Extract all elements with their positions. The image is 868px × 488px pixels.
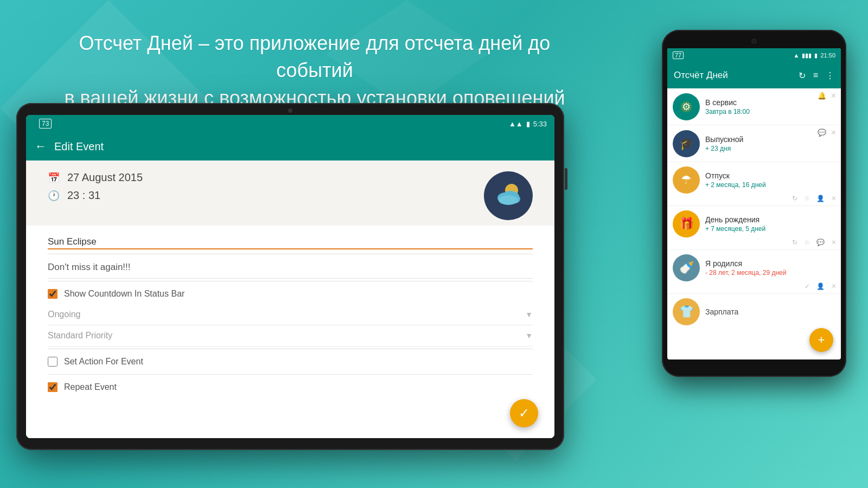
item-info-1: В сервис Завтра в 18:00 xyxy=(705,98,835,115)
item-avatar-6: 👕 xyxy=(673,298,700,325)
clock-icon: 🕐 xyxy=(48,190,60,202)
back-button[interactable]: ← xyxy=(35,139,47,153)
item-avatar-3: ☂ xyxy=(673,166,700,194)
form-date-row: 📅 27 August 2015 xyxy=(48,171,473,184)
show-countdown-row: Show Countdown In Status Bar xyxy=(48,284,533,304)
tablet-status-number: 73 xyxy=(39,119,52,129)
refresh-icon-4[interactable]: ↻ xyxy=(792,239,797,246)
item-info-6: Зарплата xyxy=(705,307,835,316)
phone-battery-icon: ▮ xyxy=(814,52,818,59)
show-countdown-checkbox[interactable] xyxy=(48,289,58,299)
person-icon-3[interactable]: 👤 xyxy=(816,195,825,202)
tablet-fab-button[interactable]: ✓ xyxy=(510,399,538,427)
close-icon-4[interactable]: ✕ xyxy=(831,239,837,246)
event-icon-circle[interactable] xyxy=(484,171,533,220)
priority-label: Standard Priority xyxy=(48,331,112,341)
item-avatar-1: ⚙ xyxy=(673,93,700,120)
item-title-4: День рождения xyxy=(705,215,835,224)
filter-icon[interactable]: ≡ xyxy=(813,70,818,80)
set-action-checkbox[interactable] xyxy=(48,357,58,367)
set-action-label: Set Action For Event xyxy=(64,357,143,367)
form-time-value[interactable]: 23 : 31 xyxy=(67,189,100,202)
item-subtitle-4: + 7 месяцев, 5 дней xyxy=(705,225,835,233)
app-description: Отсчет Дней – это приложение для отсчета… xyxy=(43,30,586,112)
svg-point-8 xyxy=(499,195,518,205)
item-title-5: Я родился xyxy=(705,259,835,268)
tablet-camera xyxy=(288,108,292,113)
list-item: 🎓 Выпускной + 23 дня 💬 ✕ xyxy=(667,125,841,162)
svg-text:⚙: ⚙ xyxy=(682,101,691,112)
close-icon-5[interactable]: ✕ xyxy=(831,282,837,290)
list-item: 🎁 День рождения + 7 месяцев, 5 дней ↻ ☆ … xyxy=(667,206,841,250)
item-avatar-4: 🎁 xyxy=(673,210,700,237)
repeat-event-label: Repeat Event xyxy=(64,382,117,392)
item-actions-2: 💬 ✕ xyxy=(818,129,837,137)
calendar-icon: 📅 xyxy=(48,172,60,184)
form-time-row: 🕐 23 : 31 xyxy=(48,189,473,202)
phone-status-right: ▲ ▮▮▮ ▮ 21:50 xyxy=(794,52,835,59)
phone-fab-icon: + xyxy=(818,333,825,347)
show-countdown-label: Show Countdown In Status Bar xyxy=(64,289,184,299)
form-divider-2 xyxy=(48,349,533,349)
item-info-3: Отпуск + 2 месяца, 16 дней xyxy=(705,171,835,189)
item-bottom-actions-5: ✓ 👤 ✕ xyxy=(805,282,837,290)
repeat-event-checkbox[interactable] xyxy=(48,382,58,392)
star-icon-3[interactable]: ☆ xyxy=(804,195,810,202)
event-name-input[interactable] xyxy=(48,235,533,249)
phone-fab-button[interactable]: + xyxy=(809,328,833,352)
star-icon-4[interactable]: ☆ xyxy=(804,239,810,246)
event-form: 📅 27 August 2015 🕐 23 : 31 xyxy=(26,160,554,438)
phone-wifi-icon: ▲ xyxy=(794,52,800,59)
chat-icon[interactable]: 💬 xyxy=(818,129,826,137)
tablet-toolbar: ← Edit Event xyxy=(26,132,554,160)
phone-screen: 77 ▲ ▮▮▮ ▮ 21:50 Отсчёт Дней ↻ ≡ ⋮ xyxy=(667,48,841,359)
more-icon[interactable]: ⋮ xyxy=(826,70,834,81)
close-icon-3[interactable]: ✕ xyxy=(831,195,837,202)
close-icon-1[interactable]: ✕ xyxy=(831,92,837,100)
phone-time: 21:50 xyxy=(820,52,835,59)
phone-device: 77 ▲ ▮▮▮ ▮ 21:50 Отсчёт Дней ↻ ≡ ⋮ xyxy=(662,30,846,377)
tablet-status-bar: 73 ▲▲ ▮ 5:33 xyxy=(26,115,554,132)
form-divider-3 xyxy=(48,374,533,375)
phone-toolbar: Отсчёт Дней ↻ ≡ ⋮ xyxy=(667,62,841,88)
repeat-event-row: Repeat Event xyxy=(48,377,533,397)
chat-icon-4[interactable]: 💬 xyxy=(816,239,825,246)
alarm-icon[interactable]: 🔔 xyxy=(818,92,826,100)
ongoing-dropdown[interactable]: Ongoing ▼ xyxy=(48,304,533,325)
refresh-icon-3[interactable]: ↻ xyxy=(792,195,797,202)
priority-dropdown[interactable]: Standard Priority ▼ xyxy=(48,325,533,346)
list-item-partial: 👕 Зарплата xyxy=(667,294,841,330)
tablet-status-icons: ▲▲ ▮ 5:33 xyxy=(509,120,547,128)
tablet-screen: 73 ▲▲ ▮ 5:33 ← Edit Event xyxy=(26,115,554,438)
item-avatar-2: 🎓 xyxy=(673,130,700,157)
form-top-section: 📅 27 August 2015 🕐 23 : 31 xyxy=(26,160,554,226)
item-avatar-5: 🍼 xyxy=(673,254,700,281)
form-divider-1 xyxy=(48,281,533,281)
event-description-input[interactable] xyxy=(48,261,533,274)
close-icon-2[interactable]: ✕ xyxy=(831,129,837,137)
dropdown1-arrow-icon: ▼ xyxy=(525,310,533,319)
item-actions-1: 🔔 ✕ xyxy=(818,92,837,100)
form-date-value[interactable]: 27 August 2015 xyxy=(67,171,143,184)
event-description-field xyxy=(48,256,533,279)
phone-status-bar: 77 ▲ ▮▮▮ ▮ 21:50 xyxy=(667,48,841,62)
item-subtitle-3: + 2 месяца, 16 дней xyxy=(705,181,835,189)
list-item: 🍼 Я родился - 28 лет, 2 месяца, 29 дней … xyxy=(667,250,841,294)
item-bottom-actions-3: ↻ ☆ 👤 ✕ xyxy=(792,195,837,202)
phone-event-list: ⚙ В сервис Завтра в 18:00 🔔 ✕ 🎓 xyxy=(667,88,841,330)
set-action-row: Set Action For Event xyxy=(48,351,533,372)
item-info-5: Я родился - 28 лет, 2 месяца, 29 дней xyxy=(705,259,835,277)
item-subtitle-5: - 28 лет, 2 месяца, 29 дней xyxy=(705,269,835,277)
list-item: ☂ Отпуск + 2 месяца, 16 дней ↻ ☆ 👤 ✕ xyxy=(667,162,841,206)
tablet-wifi-icon: ▲▲ xyxy=(509,120,523,128)
person-icon-5[interactable]: 👤 xyxy=(816,282,825,290)
phone-status-number: 77 xyxy=(673,52,684,59)
ongoing-label: Ongoing xyxy=(48,310,81,319)
check-icon-5[interactable]: ✓ xyxy=(805,282,810,290)
form-fields: Show Countdown In Status Bar Ongoing ▼ S… xyxy=(26,226,554,403)
item-bottom-actions-4: ↻ ☆ 💬 ✕ xyxy=(792,239,837,246)
item-info-4: День рождения + 7 месяцев, 5 дней xyxy=(705,215,835,233)
item-title-1: В сервис xyxy=(705,98,835,107)
refresh-icon[interactable]: ↻ xyxy=(799,70,806,81)
item-subtitle-1: Завтра в 18:00 xyxy=(705,108,835,115)
